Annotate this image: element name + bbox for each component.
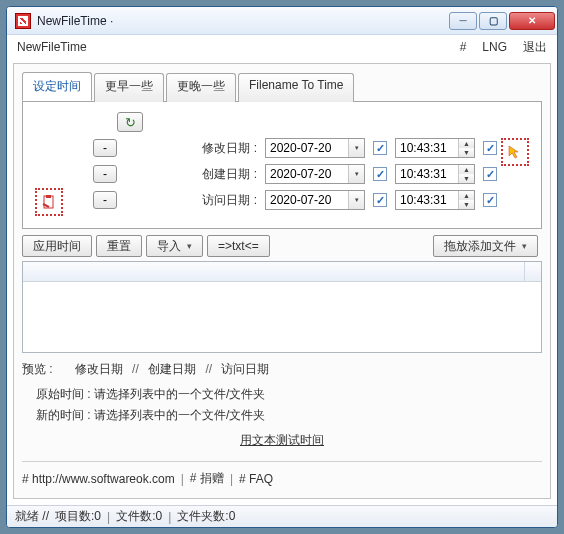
tab-earlier[interactable]: 更早一些 xyxy=(94,73,164,102)
date-accessed-input[interactable] xyxy=(266,191,348,209)
tab-panel: ↻ - 修改日期 : ▾ ✓ ▲▼ ✓ xyxy=(22,102,542,229)
date-created-checkbox[interactable]: ✓ xyxy=(373,167,387,181)
orig-time-line: 原始时间 : 请选择列表中的一个文件/文件夹 xyxy=(22,384,542,405)
time-created-field[interactable]: ▲▼ xyxy=(395,164,475,184)
file-list[interactable] xyxy=(22,261,542,353)
new-time-line: 新的时间 : 请选择列表中的一个文件/文件夹 xyxy=(22,405,542,426)
status-ready: 就绪 // xyxy=(15,508,49,525)
import-button[interactable]: 导入 xyxy=(146,235,203,257)
clipboard-icon[interactable] xyxy=(35,188,63,216)
time-created-input[interactable] xyxy=(396,165,458,183)
preview-label: 预览 : xyxy=(22,362,53,376)
close-button[interactable]: ✕ xyxy=(509,12,555,30)
minimize-button[interactable]: ─ xyxy=(449,12,477,30)
date-modified-input[interactable] xyxy=(266,139,348,157)
menu-bar: NewFileTime # LNG 退出 xyxy=(7,35,557,59)
time-modified-field[interactable]: ▲▼ xyxy=(395,138,475,158)
remove-modified-button[interactable]: - xyxy=(93,139,117,157)
status-items: 项目数:0 xyxy=(55,508,101,525)
window-title: NewFileTime · xyxy=(37,14,449,28)
date-accessed-checkbox[interactable]: ✓ xyxy=(373,193,387,207)
new-time-label: 新的时间 : xyxy=(36,408,91,422)
content-area: 设定时间 更早一些 更晚一些 Filename To Time ↻ - 修改日期… xyxy=(13,63,551,499)
orig-time-msg: 请选择列表中的一个文件/文件夹 xyxy=(94,387,265,401)
tab-filename-to-time[interactable]: Filename To Time xyxy=(238,73,354,102)
time-accessed-checkbox[interactable]: ✓ xyxy=(483,193,497,207)
date-created-drop-icon[interactable]: ▾ xyxy=(348,165,364,183)
tab-set-time[interactable]: 设定时间 xyxy=(22,72,92,101)
website-link[interactable]: # http://www.softwareok.com xyxy=(22,472,175,486)
cursor-icon[interactable] xyxy=(501,138,529,166)
label-accessed: 访问日期 : xyxy=(127,192,257,209)
reset-button[interactable]: 重置 xyxy=(96,235,142,257)
date-modified-field[interactable]: ▾ xyxy=(265,138,365,158)
time-modified-checkbox[interactable]: ✓ xyxy=(483,141,497,155)
donate-link[interactable]: # 捐赠 xyxy=(190,470,224,487)
hash-menu[interactable]: # xyxy=(460,40,467,54)
test-time-link[interactable]: 用文本测试时间 xyxy=(22,426,542,459)
faq-link[interactable]: # FAQ xyxy=(239,472,273,486)
time-created-checkbox[interactable]: ✓ xyxy=(483,167,497,181)
lng-menu[interactable]: LNG xyxy=(482,40,507,54)
remove-accessed-button[interactable]: - xyxy=(93,191,117,209)
app-name-menu[interactable]: NewFileTime xyxy=(17,40,87,54)
tab-strip: 设定时间 更早一些 更晚一些 Filename To Time xyxy=(22,72,542,102)
exit-menu[interactable]: 退出 xyxy=(523,39,547,56)
time-accessed-field[interactable]: ▲▼ xyxy=(395,190,475,210)
apply-time-button[interactable]: 应用时间 xyxy=(22,235,92,257)
time-accessed-input[interactable] xyxy=(396,191,458,209)
row-accessed: - 访问日期 : ▾ ✓ ▲▼ ✓ xyxy=(35,190,529,210)
footer-links: # http://www.softwareok.com | # 捐赠 | # F… xyxy=(22,468,542,487)
date-modified-drop-icon[interactable]: ▾ xyxy=(348,139,364,157)
status-bar: 就绪 // 项目数:0 | 文件数:0 | 文件夹数:0 xyxy=(7,505,557,527)
date-accessed-field[interactable]: ▾ xyxy=(265,190,365,210)
preview-accessed: 访问日期 xyxy=(221,362,269,376)
txt-button[interactable]: =>txt<= xyxy=(207,235,270,257)
file-list-header xyxy=(23,262,541,282)
preview-created: 创建日期 xyxy=(148,362,196,376)
preview-line: 预览 : 修改日期 // 创建日期 // 访问日期 xyxy=(22,353,542,384)
new-time-msg: 请选择列表中的一个文件/文件夹 xyxy=(94,408,265,422)
time-accessed-spinner[interactable]: ▲▼ xyxy=(458,191,474,209)
date-modified-checkbox[interactable]: ✓ xyxy=(373,141,387,155)
maximize-button[interactable]: ▢ xyxy=(479,12,507,30)
time-modified-spinner[interactable]: ▲▼ xyxy=(458,139,474,157)
row-modified: - 修改日期 : ▾ ✓ ▲▼ ✓ xyxy=(35,138,529,158)
remove-created-button[interactable]: - xyxy=(93,165,117,183)
date-created-field[interactable]: ▾ xyxy=(265,164,365,184)
time-created-spinner[interactable]: ▲▼ xyxy=(458,165,474,183)
date-accessed-drop-icon[interactable]: ▾ xyxy=(348,191,364,209)
time-modified-input[interactable] xyxy=(396,139,458,157)
tab-later[interactable]: 更晚一些 xyxy=(166,73,236,102)
date-created-input[interactable] xyxy=(266,165,348,183)
drag-add-button[interactable]: 拖放添加文件 xyxy=(433,235,538,257)
status-folders: 文件夹数:0 xyxy=(177,508,235,525)
orig-time-label: 原始时间 : xyxy=(36,387,91,401)
refresh-button[interactable]: ↻ xyxy=(117,112,143,132)
svg-rect-1 xyxy=(46,195,51,198)
label-modified: 修改日期 : xyxy=(127,140,257,157)
title-bar: NewFileTime · ─ ▢ ✕ xyxy=(7,7,557,35)
label-created: 创建日期 : xyxy=(127,166,257,183)
row-created: - 创建日期 : ▾ ✓ ▲▼ ✓ xyxy=(35,164,529,184)
app-icon xyxy=(15,13,31,29)
status-files: 文件数:0 xyxy=(116,508,162,525)
preview-modified: 修改日期 xyxy=(75,362,123,376)
action-bar: 应用时间 重置 导入 =>txt<= 拖放添加文件 xyxy=(22,229,542,261)
